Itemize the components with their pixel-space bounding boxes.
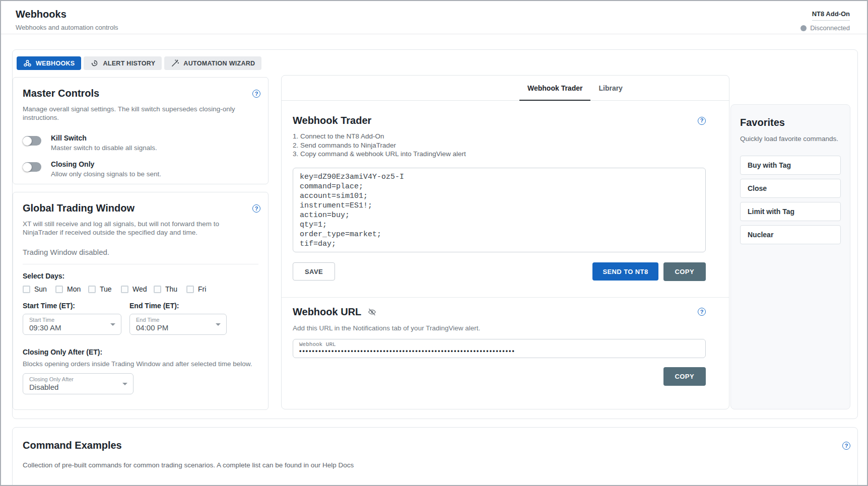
wand-icon xyxy=(171,59,179,67)
step-3: 3. Copy command & webhook URL into Tradi… xyxy=(293,150,706,159)
chevron-down-icon xyxy=(122,383,127,385)
closing-only-toggle[interactable] xyxy=(23,162,41,172)
end-time-field-label: End Time xyxy=(136,317,212,323)
closing-only-after-value: Disabled xyxy=(29,383,119,391)
connection-status-dot-icon xyxy=(800,25,807,31)
start-time-select[interactable]: Start Time 09:30 AM xyxy=(23,314,121,335)
end-time-select[interactable]: End Time 04:00 PM xyxy=(129,314,227,335)
day-label: Sun xyxy=(34,285,47,293)
url-copy-row: COPY xyxy=(293,367,706,386)
chevron-down-icon xyxy=(110,323,115,326)
day-option-sun[interactable]: Sun xyxy=(23,285,55,293)
header-left: Webhooks Webhooks and automation control… xyxy=(16,8,118,31)
closing-only-after-field-label: Closing Only After xyxy=(29,376,119,382)
day-option-fri[interactable]: Fri xyxy=(186,285,219,293)
day-option-mon[interactable]: Mon xyxy=(55,285,88,293)
tab-webhooks-label: WEBHOOKS xyxy=(36,60,75,67)
tab-automation-wizard-label: AUTOMATION WIZARD xyxy=(183,60,255,67)
webhook-url-input[interactable]: Webhook URL ••••••••••••••••••••••••••••… xyxy=(293,339,706,358)
closing-only-text: Closing Only Allow only closing signals … xyxy=(51,160,161,178)
start-time-label: Start Time (ET): xyxy=(23,302,121,310)
closing-only-after-select[interactable]: Closing Only After Disabled xyxy=(23,373,133,394)
favorite-buy-with-tag[interactable]: Buy with Tag xyxy=(740,156,841,175)
command-examples-card: Command Examples ? Collection of pre-bui… xyxy=(12,427,858,486)
global-trading-window-description: XT will still receive and log all signal… xyxy=(23,220,249,237)
send-to-nt8-button[interactable]: SEND TO NT8 xyxy=(592,262,658,281)
command-examples-description: Collection of pre-built commands for com… xyxy=(23,461,847,469)
end-time-group: End Time (ET): End Time 04:00 PM xyxy=(129,302,227,335)
closing-only-label: Closing Only xyxy=(51,160,161,168)
favorites-list: Buy with Tag Close Limit with Tag Nuclea… xyxy=(740,156,841,244)
favorites-card: Favorites Quickly load favorite commands… xyxy=(730,104,850,409)
chevron-down-icon xyxy=(216,323,221,326)
nt8-status-block: NT8 Add-On Disconnected xyxy=(800,8,850,32)
end-time-value: 04:00 PM xyxy=(136,323,212,332)
step-2: 2. Send commands to NinjaTrader xyxy=(293,141,706,150)
checkbox-sun[interactable] xyxy=(23,286,30,293)
day-option-tue[interactable]: Tue xyxy=(88,285,121,293)
help-icon[interactable]: ? xyxy=(842,442,850,450)
panel-body: Webhook Trader ? 1. Connect to the NT8 A… xyxy=(282,101,706,386)
tab-webhooks[interactable]: WEBHOOKS xyxy=(17,56,81,70)
day-option-thu[interactable]: Thu xyxy=(154,285,186,293)
step-1: 1. Connect to the NT8 Add-On xyxy=(293,132,706,141)
page-title: Webhooks xyxy=(16,9,118,20)
favorite-nuclear[interactable]: Nuclear xyxy=(740,225,841,244)
help-icon[interactable]: ? xyxy=(252,204,260,213)
end-time-label: End Time (ET): xyxy=(129,302,227,310)
checkbox-wed[interactable] xyxy=(121,286,128,293)
tab-alert-history[interactable]: ALERT HISTORY xyxy=(84,56,162,70)
webhook-trader-title: Webhook Trader xyxy=(293,115,371,126)
master-controls-card: Master Controls ? Manage overall signal … xyxy=(13,77,269,184)
closing-only-after-label: Closing Only After (ET): xyxy=(23,348,258,356)
history-icon xyxy=(90,59,99,67)
day-option-wed[interactable]: Wed xyxy=(121,285,154,293)
kill-switch-description: Master switch to disable all signals. xyxy=(51,144,157,152)
webhook-url-heading-group: Webhook URL xyxy=(293,306,377,318)
connection-status-row: Disconnected xyxy=(800,24,850,32)
webhook-icon xyxy=(23,59,32,67)
day-checkbox-row: Sun Mon Tue Wed Thu Fri xyxy=(23,285,258,293)
checkbox-thu[interactable] xyxy=(154,286,161,293)
nt8-addon-label: NT8 Add-On xyxy=(812,10,850,21)
tab-webhook-trader[interactable]: Webhook Trader xyxy=(519,76,590,100)
tab-library[interactable]: Library xyxy=(590,76,630,100)
save-button[interactable]: SAVE xyxy=(293,262,335,281)
day-label: Fri xyxy=(198,285,206,293)
copy-url-button[interactable]: COPY xyxy=(663,367,706,386)
webhook-trader-heading-row: Webhook Trader ? xyxy=(293,115,706,126)
webhook-url-title: Webhook URL xyxy=(293,306,361,318)
day-label: Thu xyxy=(165,285,177,293)
kill-switch-label: Kill Switch xyxy=(51,134,157,142)
master-controls-title: Master Controls xyxy=(23,88,258,99)
eye-off-icon[interactable] xyxy=(367,307,377,317)
webhook-trader-panel: Webhook Trader Library Webhook Trader ? … xyxy=(281,75,729,409)
checkbox-tue[interactable] xyxy=(88,286,96,293)
help-icon[interactable]: ? xyxy=(698,308,706,316)
kill-switch-toggle[interactable] xyxy=(23,136,41,146)
time-select-row: Start Time (ET): Start Time 09:30 AM End… xyxy=(23,302,258,335)
day-label: Tue xyxy=(100,285,112,293)
instruction-steps: 1. Connect to the NT8 Add-On 2. Send com… xyxy=(293,132,706,159)
kill-switch-row: Kill Switch Master switch to disable all… xyxy=(23,134,258,152)
favorites-title: Favorites xyxy=(740,117,841,128)
webhook-url-masked-value: ••••••••••••••••••••••••••••••••••••••••… xyxy=(299,348,699,355)
favorite-limit-with-tag[interactable]: Limit with Tag xyxy=(740,202,841,221)
closing-only-description: Allow only closing signals to be sent. xyxy=(51,170,161,178)
nav-tab-row: WEBHOOKS ALERT HISTORY xyxy=(17,56,261,70)
favorite-close[interactable]: Close xyxy=(740,179,841,198)
start-time-field-label: Start Time xyxy=(29,317,107,323)
panel-tab-bar: Webhook Trader Library xyxy=(282,76,729,101)
trading-window-status: Trading Window disabled. xyxy=(23,248,258,256)
command-input[interactable]: key=dZ90Ez3amiV4Y-oz5-I command=place; a… xyxy=(293,168,706,252)
help-icon[interactable]: ? xyxy=(698,117,706,125)
checkbox-fri[interactable] xyxy=(186,286,194,293)
help-icon[interactable]: ? xyxy=(252,90,260,98)
webhook-url-description: Add this URL in the Notifications tab of… xyxy=(293,324,706,332)
kill-switch-text: Kill Switch Master switch to disable all… xyxy=(51,134,157,152)
command-examples-title: Command Examples xyxy=(23,440,847,451)
copy-command-button[interactable]: COPY xyxy=(663,262,706,281)
checkbox-mon[interactable] xyxy=(55,286,63,293)
tab-automation-wizard[interactable]: AUTOMATION WIZARD xyxy=(164,56,261,70)
tab-alert-history-label: ALERT HISTORY xyxy=(103,60,155,67)
